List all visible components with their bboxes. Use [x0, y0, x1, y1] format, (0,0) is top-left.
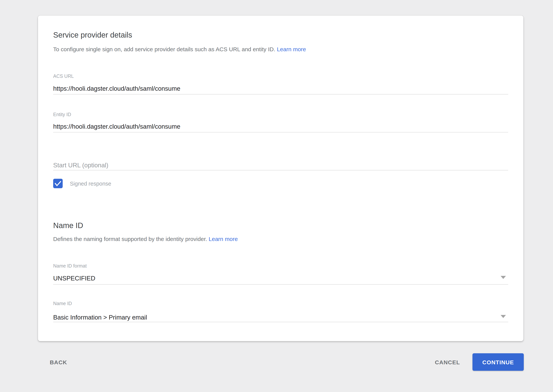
- start-url-underline: [53, 170, 508, 170]
- signed-response-checkbox[interactable]: [53, 179, 63, 188]
- entity-id-underline: [53, 132, 508, 133]
- entity-id-input[interactable]: https://hooli.dagster.cloud/auth/saml/co…: [53, 123, 180, 130]
- start-url-input[interactable]: Start URL (optional): [53, 161, 108, 169]
- acs-url-label: ACS URL: [53, 74, 74, 79]
- checkmark-icon: [53, 179, 63, 188]
- name-id-format-select[interactable]: UNSPECIFIED: [53, 274, 95, 282]
- acs-url-input[interactable]: https://hooli.dagster.cloud/auth/saml/co…: [53, 85, 180, 92]
- continue-button[interactable]: CONTINUE: [473, 353, 524, 371]
- name-id-label: Name ID: [53, 301, 72, 307]
- name-id-learn-more-link[interactable]: Learn more: [209, 236, 238, 242]
- name-id-section-description: Defines the naming format supported by t…: [53, 235, 238, 243]
- dropdown-arrow-icon[interactable]: [501, 315, 506, 318]
- name-id-section-title: Name ID: [53, 221, 83, 230]
- cancel-button[interactable]: CANCEL: [430, 356, 465, 369]
- service-provider-details-card: Service provider details To configure si…: [38, 15, 523, 341]
- acs-url-underline: [53, 94, 508, 94]
- entity-id-label: Entity ID: [53, 112, 71, 118]
- section-description: To configure single sign on, add service…: [53, 46, 306, 53]
- name-id-underline: [53, 322, 508, 322]
- name-id-select[interactable]: Basic Information > Primary email: [53, 314, 147, 321]
- dropdown-arrow-icon[interactable]: [501, 276, 506, 279]
- section-description-text: To configure single sign on, add service…: [53, 46, 275, 52]
- name-id-format-underline: [53, 284, 508, 285]
- name-id-section-description-text: Defines the naming format supported by t…: [53, 236, 207, 242]
- signed-response-label: Signed response: [70, 180, 111, 187]
- name-id-format-label: Name ID format: [53, 263, 86, 269]
- page-title: Service provider details: [53, 30, 132, 40]
- back-button[interactable]: BACK: [44, 356, 72, 369]
- page: Service provider details To configure si…: [0, 0, 553, 392]
- learn-more-link[interactable]: Learn more: [277, 46, 306, 52]
